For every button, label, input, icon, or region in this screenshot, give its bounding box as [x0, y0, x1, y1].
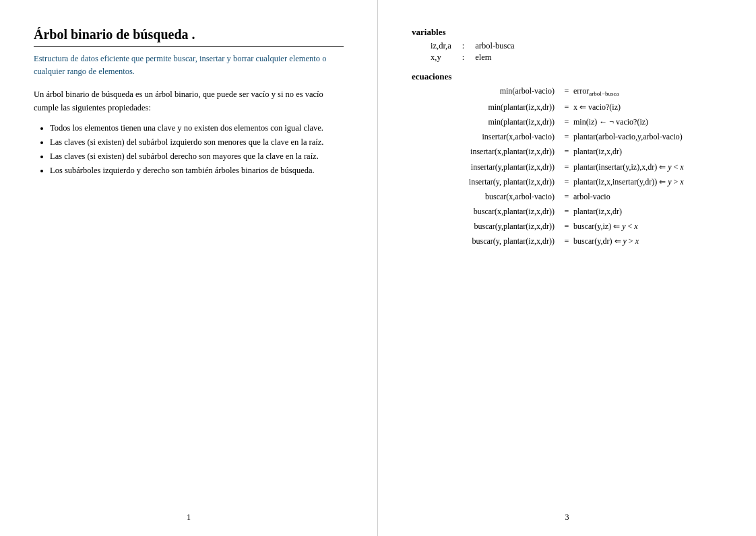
eq-5: insertar(x,plantar(iz,x,dr)) = plantar(i…: [412, 145, 722, 158]
page1-subtitle: Estructura de datos eficiente que permit…: [34, 53, 344, 78]
equations-list: min(arbol-vacio) = errorarbol−busca min(…: [412, 85, 722, 248]
eq-10: buscar(y,plantar(iz,x,dr)) = buscar(y,iz…: [412, 220, 722, 233]
page1-number: 1: [187, 512, 191, 523]
eq-1: min(arbol-vacio) = errorarbol−busca: [412, 85, 722, 99]
var-type-2: elem: [470, 52, 519, 63]
eq-2: min(plantar(iz,x,dr)) = x ⇐ vacio?(iz): [412, 101, 722, 114]
variables-table: iz,dr,a : arbol-busca x,y : elem: [425, 40, 520, 63]
var-type-1: arbol-busca: [470, 40, 519, 52]
variables-section: variables iz,dr,a : arbol-busca x,y : el…: [412, 27, 722, 63]
prop-4: Los subárboles izquierdo y derecho son t…: [50, 164, 344, 178]
eq-8: buscar(x,arbol-vacio) = arbol-vacio: [412, 191, 722, 203]
var-name-1: iz,dr,a: [425, 40, 457, 52]
var-row-1: iz,dr,a : arbol-busca: [425, 40, 520, 52]
eq-7: insertar(y, plantar(iz,x,dr)) = plantar(…: [412, 176, 722, 189]
var-name-2: x,y: [425, 52, 457, 63]
var-sep-1: :: [457, 40, 470, 52]
page3-number: 3: [565, 512, 569, 523]
prop-3: Las claves (si existen) del subárbol der…: [50, 149, 344, 164]
ecuaciones-section: ecuaciones min(arbol-vacio) = errorarbol…: [412, 71, 722, 248]
eq-4: insertar(x,arbol-vacio) = plantar(arbol-…: [412, 131, 722, 143]
ecuaciones-label: ecuaciones: [412, 71, 722, 82]
page1-title: Árbol binario de búsqueda .: [34, 27, 344, 47]
page-3: variables iz,dr,a : arbol-busca x,y : el…: [378, 0, 756, 536]
page1-properties: Todos los elementos tienen una clave y n…: [50, 121, 344, 178]
eq-6: insertar(y,plantar(iz,x,dr)) = plantar(i…: [412, 161, 722, 174]
eq-9: buscar(x,plantar(iz,x,dr)) = plantar(iz,…: [412, 205, 722, 218]
variables-label: variables: [412, 27, 722, 38]
page-1: Árbol binario de búsqueda . Estructura d…: [0, 0, 378, 536]
page1-intro: Un árbol binario de búsqueda es un árbol…: [34, 88, 344, 114]
eq-3: min(plantar(iz,x,dr)) = min(iz) ← ¬ vaci…: [412, 116, 722, 129]
var-row-2: x,y : elem: [425, 52, 520, 63]
var-sep-2: :: [457, 52, 470, 63]
prop-1: Todos los elementos tienen una clave y n…: [50, 121, 344, 135]
prop-2: Las claves (si existen) del subárbol izq…: [50, 135, 344, 149]
eq-11: buscar(y, plantar(iz,x,dr)) = buscar(y,d…: [412, 235, 722, 248]
